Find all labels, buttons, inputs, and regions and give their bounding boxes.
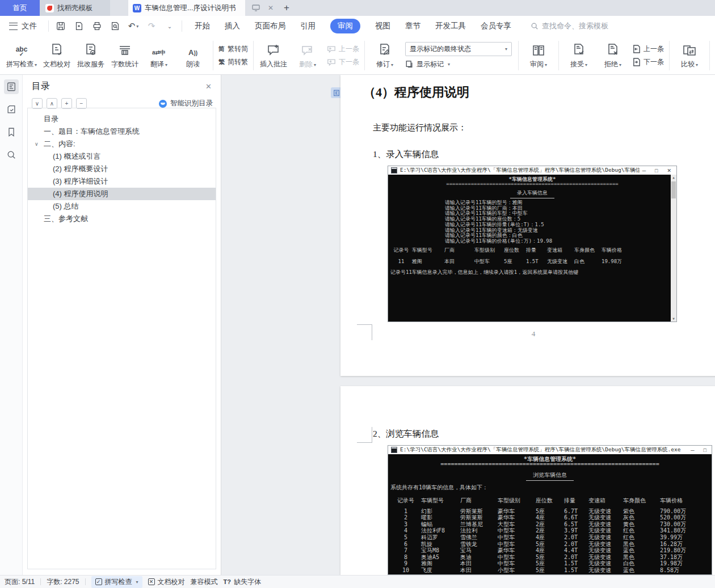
tab-document-label: 车辆信息管理...序设计说明书 xyxy=(145,3,235,13)
track-changes-button[interactable]: 修订▾ xyxy=(368,42,402,69)
compat-mode-indicator[interactable]: 兼容模式 xyxy=(191,577,218,587)
minimize-icon: ─ xyxy=(691,447,694,453)
console-title-path: E:\学习\C语言\大作业\大作业程序\「车辆信息管理系统」程序\车辆信息管理系… xyxy=(400,446,688,454)
redo-button[interactable]: ↷ xyxy=(145,20,158,32)
print-preview-button[interactable] xyxy=(109,20,121,32)
console-table-cell: 5 xyxy=(390,534,421,541)
chevron-down-icon[interactable]: ∨ xyxy=(35,138,39,150)
track-changes-icon xyxy=(378,42,391,57)
toc-item[interactable]: 三、参考文献 xyxy=(28,213,216,225)
console-table-row: 10飞度本田小型车5座1.5T无级变速蓝色8.58万 xyxy=(390,567,708,574)
trad-to-simp-button[interactable]: 简繁转简 xyxy=(218,44,248,54)
console-table-cell: 雅阁 xyxy=(412,259,444,264)
console-table-row: 7宝马M8宝马豪华车4座4.4T无级变速蓝色219.80万 xyxy=(390,547,708,554)
undo-caret-icon[interactable]: ▾ xyxy=(136,24,138,29)
simp-to-trad-button[interactable]: 繁简转繁 xyxy=(218,57,248,67)
document-page-2[interactable]: 2、浏览车辆信息 E:\学习\C语言\大作业\大作业程序\「车辆信息管理系统」程… xyxy=(340,386,715,575)
bookmark-button[interactable] xyxy=(4,125,19,139)
console-table-cell: 红色 xyxy=(623,534,660,541)
prev-comment-button[interactable]: 上一条 xyxy=(327,44,359,54)
export-pdf-button[interactable] xyxy=(73,20,85,32)
review-pane-button[interactable]: 审阅▾ xyxy=(521,42,556,69)
save-button[interactable] xyxy=(54,20,67,32)
markup-state-dropdown[interactable]: 显示标记的最终状态 ▾ xyxy=(405,42,512,56)
menu-view[interactable]: 视图 xyxy=(375,21,390,31)
toc-item[interactable]: (2) 程序概要设计 xyxy=(28,163,216,175)
wps-writer-window: 首页 找稻壳模板 W 车辆信息管理...序设计说明书 ✕ + 文件 ↶▾ ↷ xyxy=(0,0,715,588)
tab-home[interactable]: 首页 xyxy=(0,0,40,16)
console-table-row: 2曜影劳斯莱斯豪华车4座6.6T无级变速灰色520.00万 xyxy=(390,514,708,521)
document-page-1[interactable]: （4）程序使用说明 主要功能运行情况展示： 1、录入车辆信息 E:\学习\C语言… xyxy=(340,75,715,376)
read-aloud-button[interactable]: A)) 朗读 xyxy=(176,42,210,69)
spell-check-button[interactable]: abc✓ 拼写检查▾ xyxy=(3,42,40,69)
menu-dev-tools[interactable]: 开发工具 xyxy=(435,21,466,31)
menu-page-layout[interactable]: 页面布局 xyxy=(255,21,285,31)
command-search-box[interactable]: 查找命令、搜索模板 xyxy=(531,21,608,31)
word-count-button[interactable]: 字数统计 xyxy=(108,42,142,69)
margin-corner-mark xyxy=(357,427,372,443)
document-canvas[interactable]: ▾ （4）程序使用说明 主要功能运行情况展示： 1、录入车辆信息 E:\学习\C… xyxy=(221,75,715,575)
cast-screen-icon[interactable] xyxy=(252,5,260,11)
menu-insert[interactable]: 插入 xyxy=(225,21,240,31)
toc-item-selected[interactable]: (4) 程序使用说明 xyxy=(28,188,216,200)
toc-panel-button[interactable] xyxy=(4,79,19,94)
console-table-cell: 3 xyxy=(390,521,421,528)
console-table-cell: 341.80万 xyxy=(660,527,708,534)
word-count-indicator[interactable]: 字数: 2275 xyxy=(47,577,79,587)
delete-comment-button[interactable]: 删除▾ xyxy=(291,42,325,69)
menu-membership[interactable]: 会员专享 xyxy=(481,21,511,31)
menu-references[interactable]: 引用 xyxy=(300,21,316,31)
undo-button[interactable]: ↶▾ xyxy=(127,20,140,32)
spell-check-toggle[interactable]: ✓ 拼写检查 ▾ xyxy=(91,576,142,588)
console-title-path: E:\学习\C语言\大作业\大作业程序\「车辆信息管理系统」程序\车辆信息管理系… xyxy=(400,167,640,174)
console-table-cell: 车型级别 xyxy=(498,497,536,504)
insert-comment-button[interactable]: 插入批注 xyxy=(256,42,291,69)
accept-button[interactable]: 接受▾ xyxy=(562,42,596,69)
smart-toc-button[interactable]: 智能识别目录 xyxy=(159,99,213,108)
missing-font-button[interactable]: T? 缺失字体 xyxy=(224,577,261,587)
console-section-title: 录入车辆信息 xyxy=(388,189,676,198)
translate-button[interactable]: a⇄中 翻译▾ xyxy=(142,42,176,69)
chapter-nav-button[interactable] xyxy=(4,102,19,117)
toc-item[interactable]: 目录 xyxy=(28,113,216,125)
console-table-cell: 黄色 xyxy=(623,521,660,528)
toc-item[interactable]: (3) 程序详细设计 xyxy=(28,175,216,188)
toc-item[interactable]: (1) 概述或引言 xyxy=(28,150,216,163)
console-table-row: 11雅阁本田中型车5座1.5T无级变速白色19.98万 xyxy=(390,259,641,264)
change-nav-group: 上一条 下一条 xyxy=(630,44,666,67)
menu-review[interactable]: 审阅 xyxy=(330,19,360,33)
console-table-cell: 3.9T xyxy=(564,527,588,534)
show-markup-button[interactable]: 显示标记▾ xyxy=(405,60,512,69)
scrollbar-thumb xyxy=(671,181,676,198)
console-table-cell: 6.6T xyxy=(564,514,588,521)
console-table-cell: 无级变速 xyxy=(588,508,623,515)
console-table-cell: 雪铁龙 xyxy=(460,541,498,548)
next-change-button[interactable]: 下一条 xyxy=(632,57,664,67)
console-table-cell: 5座 xyxy=(536,560,564,567)
console-body: *车辆信息管理系统* =============================… xyxy=(388,454,712,574)
ink-button[interactable]: 画笔 xyxy=(713,42,715,69)
reject-button[interactable]: 拒绝▾ xyxy=(596,42,630,69)
print-button[interactable] xyxy=(91,20,103,32)
toc-item[interactable]: ∨二、内容: xyxy=(28,138,216,150)
prev-change-button[interactable]: 上一条 xyxy=(632,44,664,54)
new-tab-button[interactable]: + xyxy=(284,0,289,16)
find-button[interactable] xyxy=(4,147,19,162)
close-panel-icon[interactable]: ✕ xyxy=(205,82,212,91)
tab-template-store[interactable]: 找稻壳模板 xyxy=(40,0,110,16)
file-menu-button[interactable]: 文件 xyxy=(0,21,45,31)
compare-button[interactable]: 比较▾ xyxy=(672,42,706,69)
page-indicator[interactable]: 页面: 5/11 xyxy=(5,577,35,587)
correction-service-button[interactable]: 批改服务 xyxy=(74,42,108,69)
console-table-cell: 变速箱 xyxy=(547,247,574,253)
doc-proof-toggle[interactable]: ✕ 文档校对 xyxy=(148,577,185,587)
toc-item[interactable]: 一、题目：车辆信息管理系统 xyxy=(28,125,216,138)
doc-proof-button[interactable]: 文档校对 xyxy=(40,42,74,69)
menu-start[interactable]: 开始 xyxy=(195,21,210,31)
next-comment-button[interactable]: 下一条 xyxy=(327,57,359,67)
menu-section[interactable]: 章节 xyxy=(405,21,420,31)
close-tab-icon[interactable]: ✕ xyxy=(268,4,274,12)
toc-item[interactable]: (5) 总结 xyxy=(28,200,216,213)
tab-document[interactable]: W 车辆信息管理...序设计说明书 xyxy=(128,0,245,16)
customize-toolbar-icon[interactable]: ⌄ xyxy=(163,20,176,32)
